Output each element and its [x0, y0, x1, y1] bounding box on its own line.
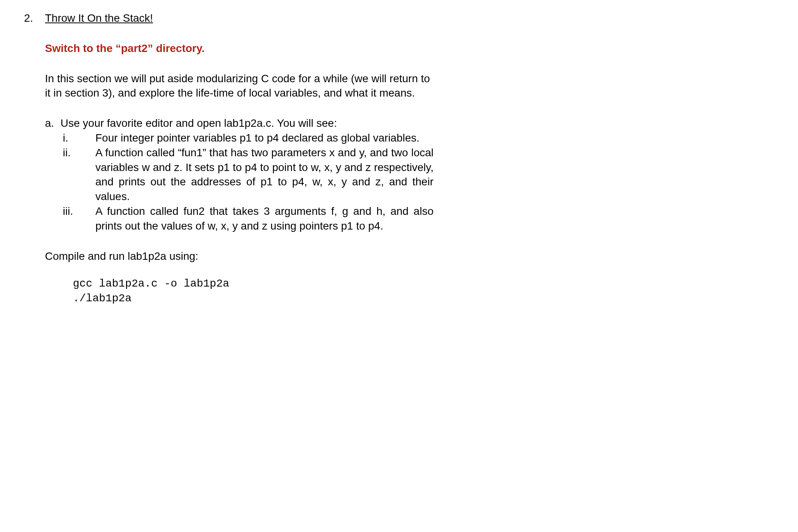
section-heading: Throw It On the Stack!	[45, 11, 434, 26]
main-list-item: 2. Throw It On the Stack! Switch to the …	[23, 11, 775, 306]
code-block: gcc lab1p2a.c -o lab1p2a ./lab1p2a	[45, 276, 434, 306]
compile-instruction: Compile and run lab1p2a using:	[45, 249, 434, 264]
sub-lead-text: Use your favorite editor and open lab1p2…	[60, 116, 434, 131]
roman-list-item: ii. A function called “fun1” that has tw…	[60, 145, 434, 204]
intro-paragraph: In this section we will put aside modula…	[45, 71, 434, 101]
roman-text: A function called fun2 that takes 3 argu…	[95, 204, 434, 233]
roman-list-item: i. Four integer pointer variables p1 to …	[60, 131, 434, 145]
main-item-marker: 2.	[23, 11, 45, 26]
main-item-content: Throw It On the Stack! Switch to the “pa…	[45, 11, 775, 306]
roman-text: Four integer pointer variables p1 to p4 …	[95, 131, 434, 145]
sub-item-marker: a.	[45, 116, 60, 131]
sub-list-item: a. Use your favorite editor and open lab…	[45, 116, 434, 233]
roman-marker: iii.	[60, 204, 95, 219]
sub-item-content: Use your favorite editor and open lab1p2…	[60, 116, 434, 233]
roman-list-item: iii. A function called fun2 that takes 3…	[60, 204, 434, 233]
directory-instruction: Switch to the “part2” directory.	[45, 41, 434, 56]
roman-marker: i.	[60, 131, 95, 145]
roman-marker: ii.	[60, 145, 95, 160]
roman-text: A function called “fun1” that has two pa…	[95, 145, 434, 204]
